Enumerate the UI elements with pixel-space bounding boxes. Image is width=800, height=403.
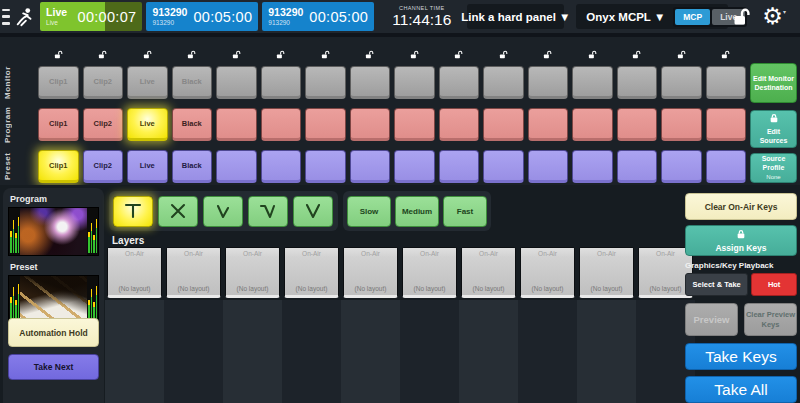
- program-source-button-14[interactable]: [617, 108, 658, 141]
- source-lock-icon[interactable]: [528, 46, 569, 62]
- source-lock-icon[interactable]: [83, 46, 124, 62]
- preset-source-button-3[interactable]: Live: [127, 150, 168, 183]
- edit-monitor-destination-button[interactable]: Edit Monitor Destination: [750, 63, 797, 103]
- source-lock-icon[interactable]: [439, 46, 480, 62]
- monitor-source-button-9[interactable]: [394, 66, 435, 99]
- speed-fast-button[interactable]: Fast: [443, 196, 487, 227]
- automation-hold-button[interactable]: Automation Hold: [8, 318, 99, 347]
- program-source-button-11[interactable]: [483, 108, 524, 141]
- transition-cross-fade-button[interactable]: [158, 196, 198, 227]
- monitor-source-button-6[interactable]: [261, 66, 302, 99]
- program-source-button-10[interactable]: [439, 108, 480, 141]
- program-source-button-13[interactable]: [572, 108, 613, 141]
- layer-tile-2[interactable]: On-Air(No layout): [166, 247, 221, 298]
- layer-tile-3[interactable]: On-Air(No layout): [225, 247, 280, 298]
- source-profile-button[interactable]: Source Profile None: [750, 153, 797, 183]
- layer-tile-1[interactable]: On-Air(No layout): [107, 247, 162, 298]
- preset-source-button-13[interactable]: [572, 150, 613, 183]
- program-source-button-8[interactable]: [350, 108, 391, 141]
- monitor-source-button-3[interactable]: Live: [127, 66, 168, 99]
- layer-tile-8[interactable]: On-Air(No layout): [520, 247, 575, 298]
- panel-select-dropdown[interactable]: Onyx MCPL ▼ MCP Live: [576, 4, 728, 29]
- hot-button[interactable]: Hot: [751, 273, 797, 296]
- select-and-take-button[interactable]: Select & Take: [685, 273, 748, 296]
- monitor-source-button-5[interactable]: [216, 66, 257, 99]
- monitor-source-button-1[interactable]: Clip1: [38, 66, 79, 99]
- program-source-button-2[interactable]: Clip2: [83, 108, 124, 141]
- transition-cut-out-fade-in-button[interactable]: [248, 196, 288, 227]
- monitor-source-button-10[interactable]: [439, 66, 480, 99]
- source-lock-icon[interactable]: [572, 46, 613, 62]
- program-source-button-5[interactable]: [216, 108, 257, 141]
- monitor-source-button-4[interactable]: Black: [172, 66, 213, 99]
- unlock-icon[interactable]: [732, 7, 752, 27]
- source-lock-icon[interactable]: [261, 46, 302, 62]
- preset-source-button-10[interactable]: [439, 150, 480, 183]
- program-source-button-16[interactable]: [706, 108, 747, 141]
- preset-source-button-4[interactable]: Black: [172, 150, 213, 183]
- monitor-source-button-12[interactable]: [528, 66, 569, 99]
- transition-v-fade-button[interactable]: [293, 196, 333, 227]
- program-source-button-1[interactable]: Clip1: [38, 108, 79, 141]
- monitor-source-button-13[interactable]: [572, 66, 613, 99]
- preset-source-button-8[interactable]: [350, 150, 391, 183]
- transition-cut-button[interactable]: [113, 196, 153, 227]
- link-hard-panel-dropdown[interactable]: Link a hard panel ▼: [467, 4, 564, 29]
- preset-source-button-2[interactable]: Clip2: [83, 150, 124, 183]
- layer-tile-6[interactable]: On-Air(No layout): [402, 247, 457, 298]
- take-all-button[interactable]: Take All: [685, 376, 797, 403]
- preset-source-button-9[interactable]: [394, 150, 435, 183]
- speed-medium-button[interactable]: Medium: [395, 196, 439, 227]
- monitor-source-button-11[interactable]: [483, 66, 524, 99]
- speed-slow-button[interactable]: Slow: [347, 196, 391, 227]
- preset-source-button-5[interactable]: [216, 150, 257, 183]
- program-source-button-7[interactable]: [305, 108, 346, 141]
- source-lock-icon[interactable]: [216, 46, 257, 62]
- clear-preview-keys-button[interactable]: Clear Preview Keys: [744, 303, 797, 336]
- monitor-source-button-7[interactable]: [305, 66, 346, 99]
- clear-on-air-keys-button[interactable]: Clear On-Air Keys: [685, 193, 797, 220]
- monitor-source-button-15[interactable]: [661, 66, 702, 99]
- layer-tile-7[interactable]: On-Air(No layout): [461, 247, 516, 298]
- source-lock-icon[interactable]: [172, 46, 213, 62]
- source-lock-icon[interactable]: [661, 46, 702, 62]
- preset-source-button-12[interactable]: [528, 150, 569, 183]
- preset-source-button-11[interactable]: [483, 150, 524, 183]
- source-lock-icon[interactable]: [617, 46, 658, 62]
- program-source-button-12[interactable]: [528, 108, 569, 141]
- program-source-button-4[interactable]: Black: [172, 108, 213, 141]
- preset-source-button-15[interactable]: [661, 150, 702, 183]
- source-lock-icon[interactable]: [127, 46, 168, 62]
- preset-source-button-1[interactable]: Clip1: [38, 150, 79, 183]
- monitor-source-button-2[interactable]: Clip2: [83, 66, 124, 99]
- settings-gear-icon[interactable]: ⚙▾: [762, 5, 786, 28]
- monitor-source-button-14[interactable]: [617, 66, 658, 99]
- preset-source-button-14[interactable]: [617, 150, 658, 183]
- layer-tile-4[interactable]: On-Air(No layout): [284, 247, 339, 298]
- transition-fade-out-cut-in-button[interactable]: [203, 196, 243, 227]
- preset-source-button-7[interactable]: [305, 150, 346, 183]
- edit-sources-button[interactable]: Edit Sources: [750, 110, 797, 148]
- layer-tile-5[interactable]: On-Air(No layout): [343, 247, 398, 298]
- program-source-button-6[interactable]: [261, 108, 302, 141]
- layer-tile-9[interactable]: On-Air(No layout): [579, 247, 634, 298]
- monitor-source-button-8[interactable]: [350, 66, 391, 99]
- program-source-button-3[interactable]: Live: [127, 108, 168, 141]
- source-lock-icon[interactable]: [305, 46, 346, 62]
- program-source-button-15[interactable]: [661, 108, 702, 141]
- source-lock-icon[interactable]: [350, 46, 391, 62]
- source-lock-icon[interactable]: [706, 46, 747, 62]
- mcp-mode-button[interactable]: MCP: [675, 9, 710, 25]
- take-next-button[interactable]: Take Next: [8, 354, 99, 380]
- program-source-button-9[interactable]: [394, 108, 435, 141]
- take-keys-button[interactable]: Take Keys: [685, 343, 797, 370]
- source-lock-icon[interactable]: [394, 46, 435, 62]
- preset-source-button-6[interactable]: [261, 150, 302, 183]
- monitor-source-button-16[interactable]: [706, 66, 747, 99]
- preset-source-button-16[interactable]: [706, 150, 747, 183]
- source-lock-icon[interactable]: [483, 46, 524, 62]
- source-lock-icon[interactable]: [38, 46, 79, 62]
- assign-keys-button[interactable]: Assign Keys: [685, 225, 797, 256]
- menu-icon[interactable]: [2, 9, 10, 25]
- preview-button[interactable]: Preview: [685, 303, 738, 336]
